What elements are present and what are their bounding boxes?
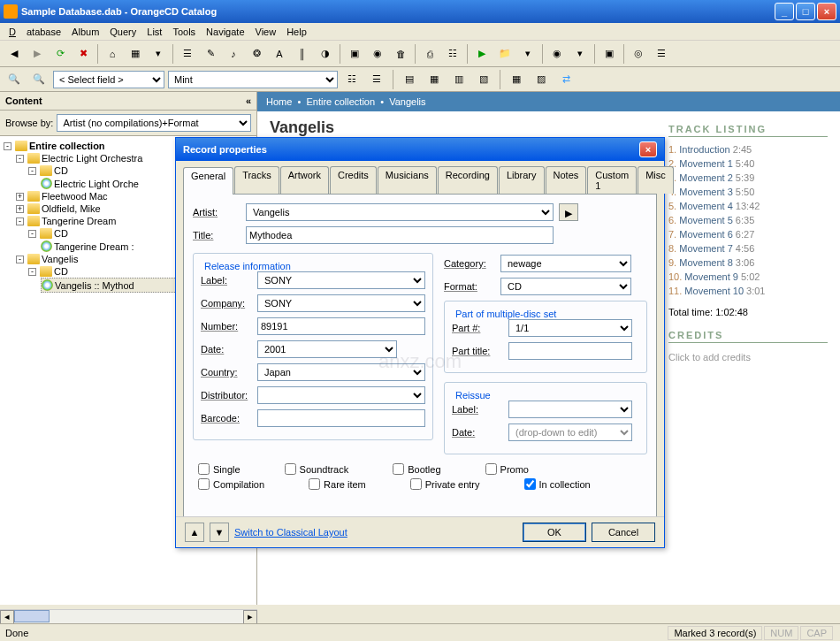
distributor-select[interactable] <box>257 386 425 404</box>
tool-icon[interactable]: ♪ <box>223 43 244 65</box>
format-select[interactable]: CD <box>500 278 631 295</box>
menu-query[interactable]: Query <box>104 25 141 39</box>
country-select[interactable]: Japan <box>257 363 425 381</box>
company-select[interactable]: SONY <box>257 294 425 312</box>
disc-icon[interactable]: ◉ <box>546 43 568 65</box>
date-select[interactable]: 2001 <box>257 340 397 358</box>
chk-bootleg[interactable]: Bootleg <box>393 463 440 475</box>
track-row[interactable]: 9. Movement 8 3:06 <box>668 256 828 270</box>
refresh-icon[interactable]: ⟳ <box>50 43 71 65</box>
reissue-date-select[interactable]: (drop-down to edit) <box>508 424 632 441</box>
folder-icon[interactable]: 📁 <box>494 43 515 65</box>
tool-icon[interactable]: ☷ <box>442 43 463 65</box>
tool-icon[interactable]: ▾ <box>569 43 591 65</box>
tab-tracks[interactable]: Tracks <box>234 166 279 194</box>
view-icon[interactable]: ▨ <box>531 69 552 90</box>
tool-icon[interactable]: ║ <box>292 43 313 65</box>
filter-select[interactable]: Mint <box>168 71 338 88</box>
browse-by-select[interactable]: Artist (no compilations)+Format <box>57 114 251 132</box>
stop-icon[interactable]: ✖ <box>73 43 94 65</box>
scroll-left-icon[interactable]: ◂ <box>0 610 14 624</box>
number-input[interactable] <box>257 317 425 335</box>
dialog-close-button[interactable]: × <box>639 141 657 157</box>
menu-help[interactable]: Help <box>281 25 312 39</box>
sidebar-collapse-icon[interactable]: « <box>246 95 251 106</box>
tool-icon[interactable]: ▣ <box>344 43 365 65</box>
partnum-select[interactable]: 1/1 <box>508 319 632 337</box>
tab-artwork[interactable]: Artwork <box>280 166 329 194</box>
tab-recording[interactable]: Recording <box>438 166 498 194</box>
field-select[interactable]: < Select field > <box>53 71 164 88</box>
chk-private[interactable]: Private entry <box>410 478 480 490</box>
view-icon[interactable]: ☷ <box>341 69 363 90</box>
tab-library[interactable]: Library <box>499 166 545 194</box>
nav-fwd-icon[interactable]: ▶ <box>27 43 48 65</box>
track-row[interactable]: 4. Movement 3 5:50 <box>668 185 828 199</box>
artist-select[interactable]: Vangelis <box>246 203 554 221</box>
title-input[interactable] <box>246 226 554 244</box>
tool-icon[interactable]: ☰ <box>177 43 198 65</box>
sidebar-hscroll[interactable]: ◂ ▸ <box>0 609 257 623</box>
tab-custom-1[interactable]: Custom 1 <box>587 166 637 194</box>
track-row[interactable]: 6. Movement 5 6:35 <box>668 213 828 227</box>
view-icon[interactable]: ▤ <box>399 69 420 90</box>
play-icon[interactable]: ▶ <box>471 43 493 65</box>
menu-database[interactable]: Database <box>4 25 66 39</box>
cancel-button[interactable]: Cancel <box>592 523 655 542</box>
menu-tools[interactable]: Tools <box>167 25 201 39</box>
scroll-right-icon[interactable]: ▸ <box>243 610 257 624</box>
crumb-artist[interactable]: Vangelis <box>389 96 425 107</box>
maximize-button[interactable]: □ <box>796 3 815 20</box>
track-row[interactable]: 1. Introduction 2:45 <box>668 142 828 156</box>
track-row[interactable]: 3. Movement 2 5:39 <box>668 171 828 185</box>
tool-icon[interactable]: ☰ <box>651 43 672 65</box>
scroll-thumb[interactable] <box>14 610 50 622</box>
menu-view[interactable]: View <box>250 25 282 39</box>
tab-misc[interactable]: Misc <box>638 166 674 194</box>
tool-icon[interactable]: A <box>269 43 290 65</box>
chk-promo[interactable]: Promo <box>485 463 529 475</box>
dropdown-icon[interactable]: ▾ <box>148 43 169 65</box>
track-row[interactable]: 8. Movement 7 4:56 <box>668 241 828 256</box>
menu-navigate[interactable]: Navigate <box>201 25 249 39</box>
menu-list[interactable]: List <box>141 25 167 39</box>
chk-compilation[interactable]: Compilation <box>198 478 264 490</box>
home-icon[interactable]: ⌂ <box>102 43 123 65</box>
close-button[interactable]: × <box>817 3 836 20</box>
tool-icon[interactable]: ◉ <box>367 43 388 65</box>
artist-lookup-button[interactable]: ▶ <box>559 203 578 221</box>
tab-credits[interactable]: Credits <box>330 166 377 194</box>
tool-icon[interactable]: ▣ <box>599 43 620 65</box>
track-row[interactable]: 2. Movement 1 5:40 <box>668 156 828 171</box>
view-icon[interactable]: ▦ <box>506 69 527 90</box>
crumb-home[interactable]: Home <box>266 96 292 107</box>
zoom-in-icon[interactable]: 🔍 <box>4 69 25 90</box>
track-row[interactable]: 11. Movement 10 3:01 <box>668 284 828 298</box>
tab-general[interactable]: General <box>183 167 233 195</box>
tool-icon[interactable]: ❂ <box>246 43 267 65</box>
chk-soundtrack[interactable]: Soundtrack <box>285 463 349 475</box>
parttitle-input[interactable] <box>508 342 632 360</box>
view-icon[interactable]: ▦ <box>424 69 445 90</box>
track-row[interactable]: 5. Movement 4 13:42 <box>668 199 828 213</box>
view-icon[interactable]: ☰ <box>366 69 387 90</box>
chk-incollection[interactable]: In collection <box>524 478 591 490</box>
barcode-input[interactable] <box>257 409 425 427</box>
next-record-button[interactable]: ▼ <box>210 523 229 542</box>
tool-icon[interactable]: ◎ <box>628 43 649 65</box>
view-icon[interactable]: ▥ <box>448 69 470 90</box>
chk-single[interactable]: Single <box>198 463 241 475</box>
crumb-collection[interactable]: Entire collection <box>306 96 375 107</box>
track-row[interactable]: 10. Movement 9 5:02 <box>668 270 828 284</box>
tab-musicians[interactable]: Musicians <box>378 166 437 194</box>
sync-icon[interactable]: ⇄ <box>555 69 577 90</box>
prev-record-button[interactable]: ▲ <box>185 523 204 542</box>
tool-icon[interactable]: ▾ <box>517 43 538 65</box>
zoom-out-icon[interactable]: 🔍 <box>28 69 50 90</box>
dialog-titlebar[interactable]: Record properties × <box>176 138 664 161</box>
tool-icon[interactable]: ⎙ <box>419 43 440 65</box>
ok-button[interactable]: OK <box>523 523 586 542</box>
reissue-label-select[interactable] <box>508 401 632 418</box>
track-row[interactable]: 7. Movement 6 6:27 <box>668 227 828 241</box>
tool-icon[interactable]: ◑ <box>315 43 336 65</box>
